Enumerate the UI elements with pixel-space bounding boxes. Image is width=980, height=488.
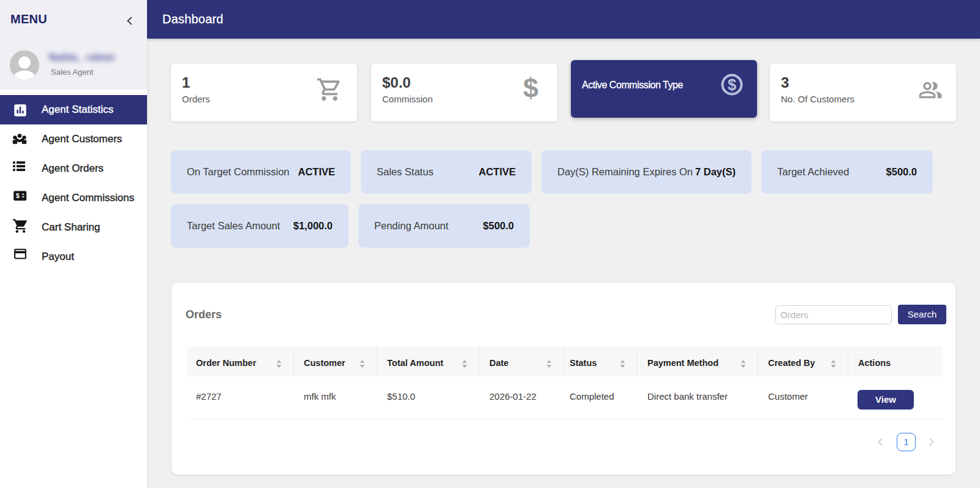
svg-text:$: $ (16, 192, 20, 199)
svg-text:$: $ (728, 76, 736, 93)
